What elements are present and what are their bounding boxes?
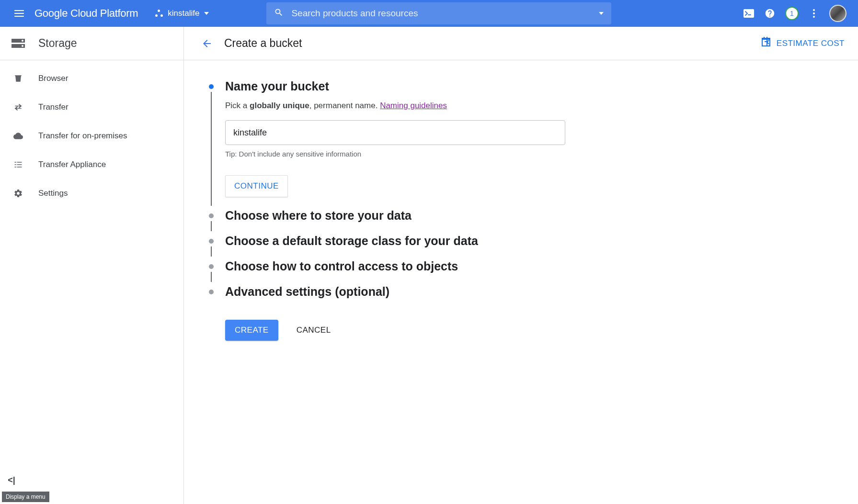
transfer-icon	[12, 101, 24, 113]
hamburger-icon	[14, 10, 24, 17]
sidebar-item-settings[interactable]: Settings	[0, 179, 183, 208]
estimate-cost-button[interactable]: ESTIMATE COST	[760, 36, 845, 50]
project-icon	[155, 10, 163, 17]
sidebar-item-label: Browser	[38, 74, 68, 83]
top-header: Google Cloud Platform kinstalife 1	[0, 0, 858, 27]
more-menu[interactable]	[808, 8, 820, 19]
step-dot	[209, 290, 214, 294]
sidebar-header: Storage	[0, 27, 183, 60]
collapse-icon: <|	[8, 475, 15, 485]
collapse-button[interactable]: <|	[0, 469, 23, 492]
svg-rect-0	[744, 9, 754, 18]
step-line	[211, 272, 212, 282]
sidebar-item-browser[interactable]: Browser	[0, 64, 183, 93]
step-dot-active	[209, 84, 214, 89]
sidebar-item-label: Transfer for on-premises	[38, 131, 127, 141]
continue-button[interactable]: CONTINUE	[225, 175, 288, 197]
sidebar-item-label: Settings	[38, 189, 68, 198]
action-buttons: CREATE CANCEL	[225, 320, 845, 341]
bucket-name-input[interactable]	[225, 120, 565, 145]
sidebar-item-transfer-appliance[interactable]: Transfer Appliance	[0, 150, 183, 179]
estimate-icon	[760, 36, 772, 50]
sidebar-nav: Browser Transfer Transfer for on-premise…	[0, 60, 183, 504]
search-input[interactable]	[291, 8, 591, 19]
cloud-upload-icon	[12, 130, 24, 142]
kebab-icon	[813, 9, 815, 18]
step-description: Pick a globally unique, permanent name. …	[225, 101, 845, 111]
step-title: Choose where to store your data	[225, 209, 845, 223]
sidebar-footer: <| Display a menu	[0, 469, 183, 504]
storage-icon	[11, 37, 25, 50]
bucket-icon	[12, 73, 24, 84]
search-bar[interactable]	[266, 2, 611, 24]
step-line	[211, 92, 212, 206]
page-title: Create a bucket	[224, 37, 302, 50]
step-dot	[209, 239, 214, 244]
project-name: kinstalife	[168, 9, 199, 18]
back-button[interactable]	[197, 34, 217, 53]
step-access-control[interactable]: Choose how to control access to objects	[207, 259, 845, 285]
cancel-button[interactable]: CANCEL	[287, 320, 341, 341]
chevron-down-icon	[204, 12, 209, 15]
step-title: Name your bucket	[225, 79, 845, 93]
step-dot	[209, 264, 214, 269]
search-icon	[274, 8, 284, 19]
step-dot	[209, 213, 214, 218]
input-hint: Tip: Don't include any sensitive informa…	[225, 150, 845, 158]
sidebar-title: Storage	[38, 37, 77, 50]
step-advanced[interactable]: Advanced settings (optional)	[207, 285, 845, 310]
chevron-down-icon[interactable]	[599, 12, 604, 15]
step-line	[211, 221, 212, 231]
notifications-badge[interactable]: 1	[785, 7, 799, 20]
sidebar-item-transfer[interactable]: Transfer	[0, 93, 183, 122]
project-selector[interactable]: kinstalife	[149, 4, 215, 23]
sidebar-item-label: Transfer	[38, 102, 69, 112]
gear-icon	[12, 188, 24, 199]
step-title: Choose a default storage class for your …	[225, 234, 845, 248]
form-container: Name your bucket Pick a globally unique,…	[184, 60, 858, 354]
header-right: 1	[743, 5, 850, 22]
sidebar-item-transfer-onprem[interactable]: Transfer for on-premises	[0, 122, 183, 150]
step-location[interactable]: Choose where to store your data	[207, 209, 845, 234]
menu-button[interactable]	[8, 2, 31, 25]
content: Create a bucket ESTIMATE COST Name your …	[184, 27, 858, 504]
create-button[interactable]: CREATE	[225, 320, 278, 341]
sidebar-item-label: Transfer Appliance	[38, 160, 106, 169]
avatar[interactable]	[829, 5, 847, 22]
tooltip: Display a menu	[2, 492, 49, 502]
logo[interactable]: Google Cloud Platform	[34, 7, 138, 20]
step-line	[211, 246, 212, 257]
arrow-left-icon	[201, 38, 213, 49]
step-title: Choose how to control access to objects	[225, 259, 845, 273]
naming-guidelines-link[interactable]: Naming guidelines	[380, 101, 447, 110]
step-title: Advanced settings (optional)	[225, 285, 845, 299]
content-header: Create a bucket ESTIMATE COST	[184, 27, 858, 60]
cloud-shell-icon[interactable]	[743, 8, 755, 19]
sidebar: Storage Browser Transfer Transfer for on…	[0, 27, 184, 504]
step-name: Name your bucket Pick a globally unique,…	[207, 79, 845, 209]
help-icon[interactable]	[764, 8, 776, 19]
appliance-icon	[12, 159, 24, 170]
step-storage-class[interactable]: Choose a default storage class for your …	[207, 234, 845, 259]
